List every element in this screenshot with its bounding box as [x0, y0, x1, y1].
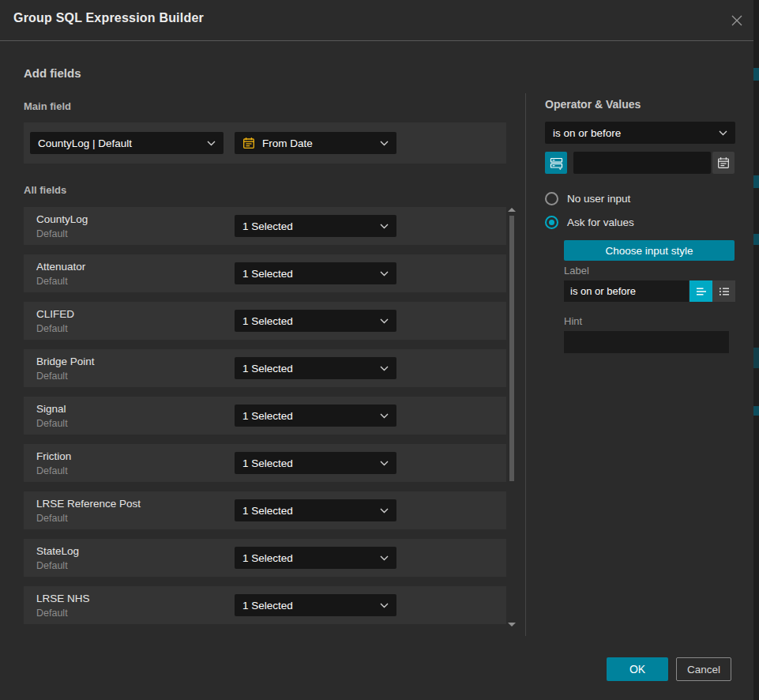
add-fields-heading: Add fields	[24, 66, 81, 80]
unique-values-icon	[550, 156, 563, 170]
scroll-down-arrow[interactable]	[508, 623, 516, 627]
selection-value: 1 Selected	[242, 600, 293, 612]
edge-accent	[753, 234, 759, 245]
selection-value: 1 Selected	[242, 410, 293, 422]
chevron-down-icon	[207, 141, 216, 146]
edge-accent	[753, 68, 759, 81]
field-row: LRSE NHS Default 1 Selected	[24, 586, 506, 624]
field-selection-dropdown[interactable]: 1 Selected	[235, 215, 396, 237]
chevron-down-icon	[380, 413, 389, 419]
selection-value: 1 Selected	[242, 552, 293, 564]
dialog-header: Group SQL Expression Builder	[0, 0, 753, 41]
field-selection-dropdown[interactable]: 1 Selected	[235, 547, 396, 569]
main-date-field-dropdown[interactable]: From Date	[235, 132, 396, 154]
field-row: Bridge Point Default 1 Selected	[24, 349, 506, 387]
field-name: LRSE Reference Post	[36, 498, 141, 510]
field-row: Attenuator Default 1 Selected	[24, 254, 506, 292]
selection-value: 1 Selected	[242, 457, 293, 469]
layer-dropdown[interactable]: CountyLog | Default	[30, 132, 224, 154]
field-row: Friction Default 1 Selected	[24, 444, 506, 482]
field-row: Signal Default 1 Selected	[24, 397, 506, 435]
selection-value: 1 Selected	[242, 315, 293, 327]
field-name: StateLog	[36, 545, 79, 557]
align-left-icon	[695, 285, 708, 298]
layer-dropdown-value: CountyLog | Default	[38, 137, 132, 149]
radio-circle	[545, 192, 558, 205]
main-field-panel: CountyLog | Default From Date	[24, 122, 506, 164]
main-date-field-value: From Date	[262, 137, 313, 149]
field-selection-dropdown[interactable]: 1 Selected	[235, 262, 396, 284]
bulleted-list-icon	[718, 285, 731, 298]
selection-value: 1 Selected	[242, 268, 293, 280]
screen: Group SQL Expression Builder Add fields …	[0, 0, 759, 700]
single-input-style-button[interactable]	[689, 280, 712, 302]
field-name: Attenuator	[36, 261, 85, 273]
operator-values-heading: Operator & Values	[545, 98, 641, 111]
chevron-down-icon	[380, 508, 389, 514]
radio-circle-checked	[545, 216, 558, 229]
column-divider	[525, 93, 526, 636]
field-subtitle: Default	[36, 371, 68, 382]
selection-value: 1 Selected	[242, 505, 293, 517]
choose-input-style-button[interactable]: Choose input style	[564, 240, 735, 261]
group-sql-expression-builder-dialog: Group SQL Expression Builder Add fields …	[0, 0, 753, 700]
hint-input[interactable]	[564, 331, 729, 353]
value-source-button[interactable]	[545, 152, 567, 174]
scrollbar-thumb[interactable]	[509, 216, 514, 481]
background-app-edge	[753, 0, 759, 700]
label-input[interactable]	[564, 280, 689, 302]
selection-value: 1 Selected	[242, 220, 293, 232]
main-field-heading: Main field	[24, 100, 71, 112]
field-name: Friction	[36, 450, 71, 462]
field-subtitle: Default	[36, 276, 68, 287]
chevron-down-icon	[380, 271, 389, 277]
edge-accent	[753, 175, 759, 188]
hint-heading: Hint	[564, 315, 582, 327]
field-selection-dropdown[interactable]: 1 Selected	[235, 405, 396, 427]
field-row: StateLog Default 1 Selected	[24, 539, 506, 577]
chevron-down-icon	[380, 603, 389, 608]
field-subtitle: Default	[36, 560, 68, 571]
field-row: CLIFED Default 1 Selected	[24, 302, 506, 340]
radio-no-user-input-label: No user input	[567, 193, 630, 205]
list-scrollbar[interactable]	[508, 206, 516, 628]
field-selection-dropdown[interactable]: 1 Selected	[235, 594, 396, 616]
field-row: CountyLog Default 1 Selected	[24, 207, 506, 245]
field-selection-dropdown[interactable]: 1 Selected	[235, 452, 396, 474]
radio-no-user-input[interactable]: No user input	[545, 192, 630, 205]
field-subtitle: Default	[36, 323, 68, 334]
ok-button[interactable]: OK	[607, 657, 668, 681]
chevron-down-icon	[719, 130, 727, 136]
list-input-style-button[interactable]	[712, 280, 735, 302]
cancel-button[interactable]: Cancel	[676, 657, 731, 681]
scroll-up-arrow[interactable]	[508, 208, 516, 212]
field-subtitle: Default	[36, 513, 68, 524]
edge-accent	[753, 406, 759, 416]
field-name: CLIFED	[36, 308, 74, 320]
field-subtitle: Default	[36, 465, 68, 476]
field-name: Bridge Point	[36, 356, 95, 367]
radio-ask-for-values-label: Ask for values	[567, 216, 634, 228]
value-input[interactable]	[573, 152, 711, 174]
calendar-icon	[242, 137, 255, 149]
chevron-down-icon	[380, 366, 389, 371]
field-subtitle: Default	[36, 608, 68, 619]
field-subtitle: Default	[36, 418, 68, 429]
field-selection-dropdown[interactable]: 1 Selected	[235, 310, 396, 332]
radio-ask-for-values[interactable]: Ask for values	[545, 216, 634, 229]
field-selection-dropdown[interactable]: 1 Selected	[235, 357, 396, 379]
field-name: Signal	[36, 403, 66, 415]
date-picker-button[interactable]	[712, 152, 735, 174]
field-row: LRSE Reference Post Default 1 Selected	[24, 491, 506, 529]
field-name: CountyLog	[36, 213, 88, 225]
operator-value: is on or before	[553, 127, 621, 139]
operator-dropdown[interactable]: is on or before	[545, 122, 735, 144]
chevron-down-icon	[380, 461, 389, 466]
dialog-title: Group SQL Expression Builder	[13, 11, 204, 25]
chevron-down-icon	[380, 555, 389, 561]
label-heading: Label	[564, 265, 589, 277]
close-button[interactable]	[727, 10, 747, 31]
close-icon	[729, 13, 745, 28]
field-selection-dropdown[interactable]: 1 Selected	[235, 499, 396, 521]
chevron-down-icon	[380, 224, 389, 229]
